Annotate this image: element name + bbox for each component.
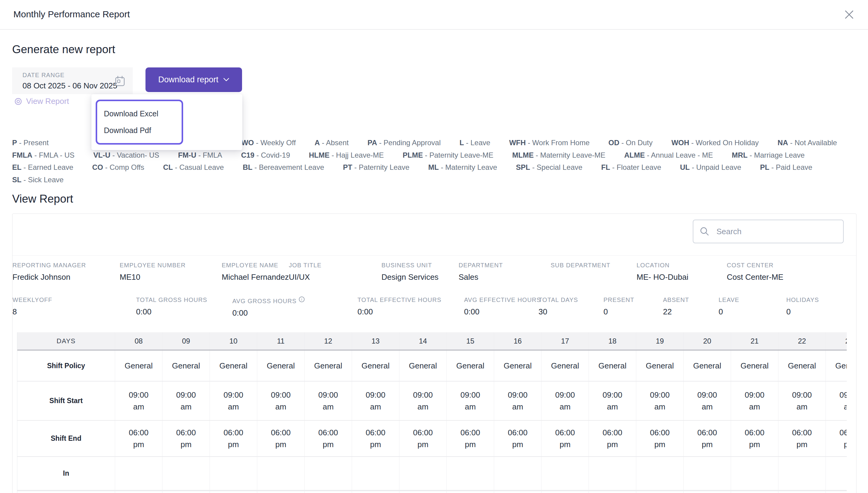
search-input[interactable] (693, 220, 844, 243)
close-button[interactable] (843, 8, 855, 21)
legend-row: SL - Sick Leave (12, 174, 856, 186)
view-report-link[interactable]: View Report (14, 97, 69, 106)
close-icon (844, 9, 854, 20)
table-cell: General (399, 350, 447, 381)
cell-time: 09:00 (745, 389, 764, 401)
day-header-cell: 08 (115, 332, 162, 350)
table-row-shift-policy: Shift Policy GeneralGeneralGeneralGenera… (17, 350, 847, 382)
page-title: Monthly Performance Report (13, 9, 130, 19)
cell-meridiem: am (228, 401, 239, 413)
cell-time: 09:00 (792, 389, 812, 401)
attendance-table-scroll-area[interactable]: DAYS 08091011121314151617181920212223 Sh… (17, 332, 847, 493)
table-row-shift-start: Shift Start 09:00 am 09:00 am (17, 382, 847, 421)
table-cell: General (589, 350, 636, 381)
table-cell: General (636, 350, 683, 381)
field-label: AVG EFFECTIVE HOURSi (464, 297, 541, 303)
field-label: LEAVEi (719, 297, 739, 303)
cell-meridiem: pm (844, 438, 847, 450)
cell-time: 09:00 (603, 389, 622, 401)
employee-info-row: EMPLOYEE NUMBER ME10 EMPLOYEE NAME Micha… (13, 262, 856, 289)
table-cell (352, 491, 399, 493)
field-value: 0:00 (357, 307, 441, 317)
cell-meridiem: am (275, 401, 286, 413)
days-header-cell: DAYS (17, 332, 115, 350)
table-cell: 09:00 am (636, 382, 683, 420)
table-cell: General (352, 350, 399, 381)
cell-time: 06:00 (176, 427, 196, 438)
card-divider (13, 255, 856, 256)
table-cell (542, 491, 589, 493)
legend-item: CL - Casual Leave (163, 163, 224, 172)
table-cell (636, 457, 683, 490)
field-label: DEPARTMENT (459, 262, 503, 269)
employee-field: DEPARTMENT Sales (459, 262, 503, 282)
info-icon[interactable]: i (299, 297, 305, 302)
date-range-picker[interactable]: DATE RANGE 08 Oct 2025 - 06 Nov 2025 (12, 67, 133, 94)
cell-meridiem: am (654, 401, 665, 413)
download-menu-item[interactable]: Download Excel (104, 109, 181, 118)
cell-meridiem: pm (228, 438, 239, 450)
legend-item: PLME - Paternity Leave-ME (403, 151, 494, 159)
cell-meridiem: am (465, 401, 476, 413)
legend-item: FM-U - FMLA (178, 151, 222, 159)
table-cell (210, 457, 257, 490)
table-cell: General (115, 350, 162, 381)
cell-meridiem: pm (275, 438, 286, 450)
legend-row: FMLA - FMLA - USVL-U - Vacation- USFM-U … (12, 149, 856, 162)
employee-field: BUSINESS UNIT Design Services (382, 262, 438, 282)
legend-item: SPL - Special Leave (516, 163, 583, 172)
field-label: JOB TITLE (289, 262, 322, 269)
legend-item: UL - Unpaid Leave (680, 163, 741, 172)
table-cell: General (683, 350, 731, 381)
table-cell (447, 491, 494, 493)
table-cell: 09:00 am (210, 382, 257, 420)
stats-row: TOTAL GROSS HOURSi 0:00 AVG GROSS HOURSi… (13, 297, 856, 324)
legend-item: VL-U - Vacation- US (93, 151, 159, 159)
table-cell: 06:00 pm (683, 421, 731, 456)
table-cell (115, 457, 162, 490)
field-label: SUB DEPARTMENT (550, 262, 610, 269)
field-value: 0:00 (464, 307, 541, 317)
field-value: UI/UX (289, 273, 322, 282)
cell-meridiem: pm (701, 438, 713, 450)
day-header-cell: 23 (826, 332, 847, 350)
employee-field: EMPLOYEE NAME Michael Fernandez (222, 262, 289, 282)
bullseye-icon (14, 97, 22, 106)
day-header-cell: 10 (210, 332, 257, 350)
stat-field: AVG GROSS HOURSi 0:00 (232, 297, 305, 318)
stat-field: WEEKLYOFFi 8 (13, 297, 52, 317)
table-cell: 06:00 pm (352, 421, 399, 456)
download-menu-focus-group: Download ExcelDownload Pdf (96, 100, 183, 145)
day-header-cell: 16 (494, 332, 542, 350)
cell-time: 09:00 (460, 389, 480, 401)
legend-item: EL - Earned Leave (12, 163, 73, 172)
cell-time: 06:00 (223, 427, 243, 438)
field-label: TOTAL EFFECTIVE HOURSi (357, 297, 441, 303)
table-cell: 06:00 pm (542, 421, 589, 456)
table-cell: 06:00 pm (636, 421, 683, 456)
legend-item: C19 - Covid-19 (241, 151, 290, 159)
table-cell: General (447, 350, 494, 381)
table-cell: General (257, 350, 305, 381)
table-cell: 06:00 pm (778, 421, 826, 456)
legend-item: L - Leave (459, 138, 490, 147)
field-label: COST CENTER (727, 262, 783, 269)
legend-item: HLME - Hajj Leave-ME (309, 151, 384, 159)
table-cell: 09:00 am (115, 382, 162, 420)
stat-field: TOTAL DAYSi 30 (539, 297, 578, 317)
table-cell: 09:00 am (305, 382, 352, 420)
table-cell: General (778, 350, 826, 381)
cell-time: 06:00 (792, 427, 812, 438)
field-label: TOTAL DAYSi (539, 297, 578, 303)
legend-item: OD - On Duty (608, 138, 652, 147)
cell-time: 06:00 (460, 427, 480, 438)
monthly-performance-report-modal: Monthly Performance Report Generate new … (0, 0, 868, 493)
day-header-cell: 20 (683, 332, 731, 350)
download-menu-item[interactable]: Download Pdf (104, 126, 181, 135)
cell-time: 09:00 (697, 389, 717, 401)
download-report-button[interactable]: Download report (146, 67, 242, 92)
cell-meridiem: pm (133, 438, 144, 450)
field-label: LOCATION (636, 262, 688, 269)
cell-meridiem: pm (417, 438, 428, 450)
table-cell: General (162, 350, 210, 381)
